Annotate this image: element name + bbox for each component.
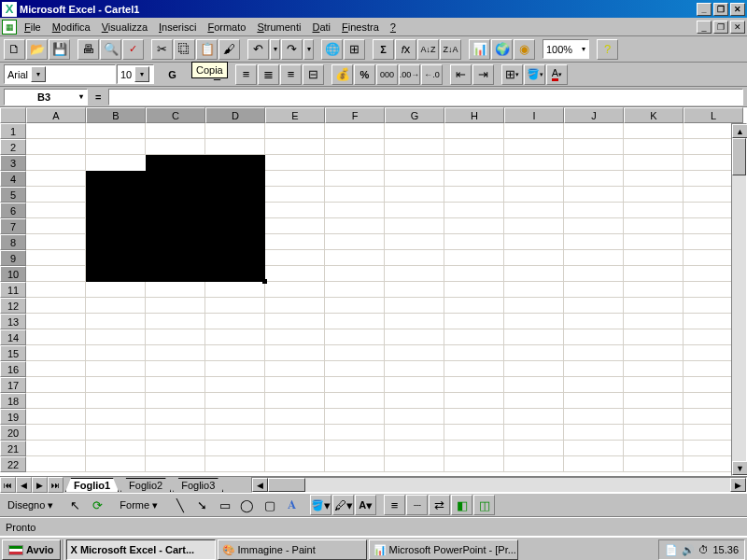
menu-strumenti[interactable]: Strumenti (251, 20, 306, 35)
drawing-button[interactable]: ◉ (514, 39, 535, 60)
menu-?[interactable]: ? (385, 20, 402, 35)
borders-button[interactable]: ⊞▾ (501, 64, 523, 85)
horizontal-scrollbar[interactable]: ◀▶ (251, 477, 747, 493)
col-header[interactable]: K (624, 107, 684, 123)
row-header[interactable]: 3 (0, 155, 26, 171)
formula-input[interactable] (108, 89, 743, 105)
col-header[interactable]: L (684, 107, 743, 123)
comma-button[interactable]: 000 (376, 64, 398, 85)
increase-indent-button[interactable]: ⇥ (472, 64, 494, 85)
tab-prev-button[interactable]: ◀ (16, 477, 32, 493)
row-header[interactable]: 21 (0, 441, 26, 456)
sheet-tab[interactable]: Foglio3 (173, 478, 223, 492)
menu-file[interactable]: File (19, 20, 47, 35)
autosum-button[interactable]: Σ (373, 39, 394, 60)
menu-modifica[interactable]: Modifica (47, 20, 96, 35)
doc-restore-button[interactable]: ❐ (713, 21, 728, 34)
taskbar-button[interactable]: XMicrosoft Excel - Cart... (66, 539, 216, 560)
col-header[interactable]: D (205, 107, 265, 123)
zoom-combo[interactable]: 100%▾ (543, 39, 589, 59)
col-header[interactable]: C (146, 107, 205, 123)
line-color-button[interactable]: 🖊▾ (332, 495, 354, 515)
select-all-corner[interactable] (0, 107, 26, 123)
align-right-button[interactable]: ≡ (280, 64, 302, 85)
menu-visualizza[interactable]: Visualizza (96, 20, 153, 35)
row-header[interactable]: 6 (0, 203, 26, 218)
row-header[interactable]: 15 (0, 345, 26, 361)
tray-icon[interactable]: 📄 (665, 544, 678, 556)
redo-button[interactable]: ↷ (281, 39, 303, 60)
undo-dropdown[interactable]: ▾ (270, 39, 280, 60)
volume-icon[interactable]: 🔊 (682, 544, 695, 556)
row-header[interactable]: 18 (0, 393, 26, 409)
textbox-button[interactable]: ▢ (259, 495, 280, 515)
row-header[interactable]: 19 (0, 409, 26, 425)
row-header[interactable]: 4 (0, 171, 26, 187)
bold-button[interactable]: G (162, 64, 183, 85)
web-toolbar-button[interactable]: ⊞ (344, 39, 365, 60)
sheet-tab-active[interactable]: Foglio1 (65, 478, 119, 492)
menu-dati[interactable]: Dati (306, 20, 336, 35)
hyperlink-button[interactable]: 🌐 (321, 39, 343, 60)
paste-button[interactable]: 📋 (196, 39, 218, 60)
help-button[interactable]: ? (597, 39, 618, 60)
rectangle-button[interactable]: ▭ (214, 495, 235, 515)
spellcheck-button[interactable]: ✓ (122, 39, 144, 60)
col-header[interactable]: J (564, 107, 624, 123)
wordart-button[interactable]: 𝐀 (281, 495, 303, 515)
fill-handle[interactable] (262, 279, 267, 284)
minimize-button[interactable]: _ (697, 3, 712, 16)
row-header[interactable]: 12 (0, 298, 26, 314)
fill-color-draw-button[interactable]: 🪣▾ (310, 495, 331, 515)
taskbar-button[interactable]: 🎨Immagine - Paint (218, 539, 367, 560)
currency-button[interactable]: 💰 (331, 64, 353, 85)
row-header[interactable]: 8 (0, 234, 26, 250)
col-header[interactable]: G (385, 107, 444, 123)
arrow-button[interactable]: ➘ (191, 495, 213, 515)
undo-button[interactable]: ↶ (247, 39, 269, 60)
save-button[interactable]: 💾 (49, 39, 70, 60)
doc-close-button[interactable]: ✕ (730, 21, 745, 34)
row-header[interactable]: 20 (0, 425, 26, 441)
row-header[interactable]: 7 (0, 218, 26, 234)
new-button[interactable]: 🗋 (4, 39, 25, 60)
sort-desc-button[interactable]: Z↓A (440, 39, 461, 60)
line-button[interactable]: ╲ (169, 495, 190, 515)
row-header[interactable]: 13 (0, 314, 26, 329)
row-header[interactable]: 2 (0, 139, 26, 155)
row-header[interactable]: 16 (0, 361, 26, 377)
cells-area[interactable] (26, 123, 747, 476)
oval-button[interactable]: ◯ (236, 495, 258, 515)
shadow-button[interactable]: ◧ (451, 495, 472, 515)
sort-asc-button[interactable]: A↓Z (417, 39, 439, 60)
col-header[interactable]: I (504, 107, 564, 123)
redo-dropdown[interactable]: ▾ (303, 39, 314, 60)
fill-color-button[interactable]: 🪣▾ (524, 64, 545, 85)
increase-decimal-button[interactable]: .00→ (399, 64, 420, 85)
col-header[interactable]: F (325, 107, 385, 123)
chart-button[interactable]: 📊 (469, 39, 490, 60)
sheet-tab[interactable]: Foglio2 (120, 478, 171, 492)
doc-minimize-button[interactable]: _ (697, 21, 712, 34)
3d-button[interactable]: ◫ (473, 495, 495, 515)
format-painter-button[interactable]: 🖌 (218, 39, 240, 60)
merge-center-button[interactable]: ⊟ (303, 64, 324, 85)
row-header[interactable]: 5 (0, 187, 26, 203)
tab-last-button[interactable]: ⏭ (48, 477, 63, 493)
map-button[interactable]: 🌍 (491, 39, 513, 60)
arrow-style-button[interactable]: ⇄ (429, 495, 450, 515)
row-header[interactable]: 11 (0, 282, 26, 298)
col-header[interactable]: E (265, 107, 325, 123)
row-header[interactable]: 10 (0, 266, 26, 282)
function-button[interactable]: fx (395, 39, 416, 60)
system-tray[interactable]: 📄 🔊 ⏱ 15.36 (658, 539, 745, 560)
rotate-button[interactable]: ⟳ (87, 495, 108, 515)
print-preview-button[interactable]: 🔍 (100, 39, 121, 60)
line-style-button[interactable]: ≡ (384, 495, 405, 515)
vertical-scrollbar[interactable]: ▲▼ (731, 123, 747, 476)
menu-inserisci[interactable]: Inserisci (153, 20, 202, 35)
decrease-indent-button[interactable]: ⇤ (450, 64, 472, 85)
row-header[interactable]: 22 (0, 456, 26, 472)
menu-finestra[interactable]: Finestra (336, 20, 385, 35)
font-color-button[interactable]: A▾ (546, 64, 568, 85)
